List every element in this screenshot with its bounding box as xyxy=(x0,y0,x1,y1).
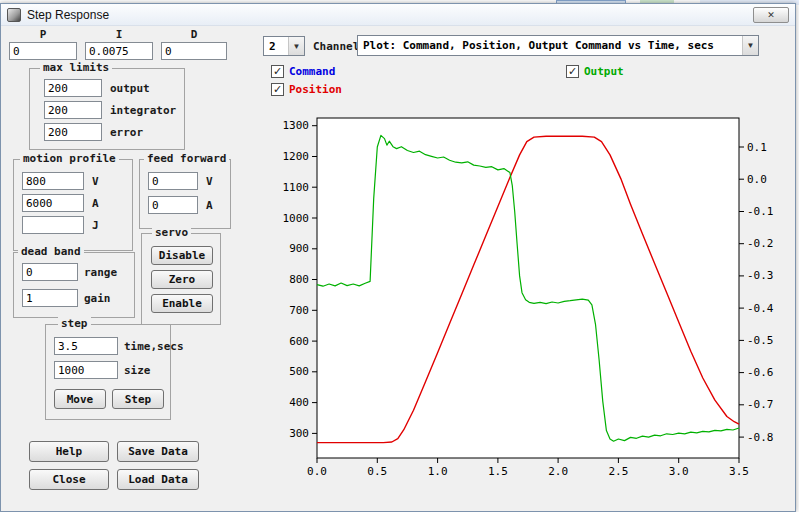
velocity-input[interactable] xyxy=(22,172,84,190)
checkbox-box[interactable]: ✓ xyxy=(271,83,284,96)
deadband-range-label: range xyxy=(84,266,117,279)
position-checkbox[interactable]: ✓ Position xyxy=(271,83,342,96)
max-limits-group: max limits output integrator error xyxy=(29,68,185,150)
d-input[interactable] xyxy=(161,42,227,60)
accel-label: A xyxy=(92,197,99,210)
dead-band-group: dead band range gain xyxy=(13,252,135,318)
svg-text:900: 900 xyxy=(289,242,309,255)
svg-text:1.0: 1.0 xyxy=(428,465,448,478)
window-title: Step Response xyxy=(27,8,109,22)
output-checkbox[interactable]: ✓ Output xyxy=(566,65,624,78)
svg-text:0.0: 0.0 xyxy=(747,173,767,186)
plot-select[interactable]: Plot: Command, Position, Output Command … xyxy=(357,35,759,56)
step-size-input[interactable] xyxy=(54,361,118,379)
svg-text:-0.2: -0.2 xyxy=(747,237,774,250)
checkbox-box[interactable]: ✓ xyxy=(566,65,579,78)
servo-title: servo xyxy=(152,226,191,239)
servo-group: servo Disable Zero Enable xyxy=(141,233,221,325)
svg-text:0.1: 0.1 xyxy=(747,141,767,154)
ff-velocity-input[interactable] xyxy=(148,172,198,190)
jerk-label: J xyxy=(92,219,99,232)
svg-text:3.0: 3.0 xyxy=(669,465,689,478)
step-group: step time,secs size Move Step xyxy=(45,324,171,420)
window-close-button[interactable]: ✕ xyxy=(753,7,789,23)
p-input[interactable] xyxy=(9,42,77,60)
checkbox-box[interactable]: ✓ xyxy=(271,65,284,78)
svg-text:2.5: 2.5 xyxy=(608,465,628,478)
svg-text:0.0: 0.0 xyxy=(307,465,327,478)
deadband-gain-input[interactable] xyxy=(22,289,78,307)
motion-profile-title: motion profile xyxy=(20,152,119,165)
max-output-input[interactable] xyxy=(44,79,102,97)
enable-button[interactable]: Enable xyxy=(151,294,213,313)
step-button[interactable]: Step xyxy=(112,389,164,409)
close-button[interactable]: Close xyxy=(29,469,109,490)
motion-profile-group: motion profile V A J xyxy=(13,159,133,251)
svg-text:-0.3: -0.3 xyxy=(747,269,774,282)
dead-band-title: dead band xyxy=(18,245,84,258)
i-input[interactable] xyxy=(85,42,153,60)
check-icon: ✓ xyxy=(568,66,577,77)
svg-text:400: 400 xyxy=(289,396,309,409)
step-title: step xyxy=(58,317,91,330)
svg-text:800: 800 xyxy=(289,273,309,286)
jerk-input[interactable] xyxy=(22,216,84,234)
chevron-down-icon: ▼ xyxy=(742,36,758,55)
position-checkbox-label: Position xyxy=(289,83,342,96)
load-data-button[interactable]: Load Data xyxy=(117,469,199,490)
max-error-input[interactable] xyxy=(44,123,102,141)
svg-text:1100: 1100 xyxy=(283,181,310,194)
svg-text:300: 300 xyxy=(289,427,309,440)
zero-button[interactable]: Zero xyxy=(151,270,213,289)
svg-text:-0.6: -0.6 xyxy=(747,366,774,379)
help-button[interactable]: Help xyxy=(29,441,109,462)
svg-text:1200: 1200 xyxy=(283,150,310,163)
step-size-label: size xyxy=(124,364,151,377)
svg-text:-0.5: -0.5 xyxy=(747,334,774,347)
step-response-window: Step Response ✕ P I D max limits output … xyxy=(0,3,796,512)
deadband-range-input[interactable] xyxy=(22,263,78,281)
svg-text:0.5: 0.5 xyxy=(367,465,387,478)
app-icon xyxy=(7,8,21,22)
velocity-label: V xyxy=(92,175,99,188)
max-integrator-input[interactable] xyxy=(44,101,102,119)
command-checkbox[interactable]: ✓ Command xyxy=(271,65,335,78)
titlebar[interactable]: Step Response ✕ xyxy=(1,4,795,26)
feed-forward-title: feed forward xyxy=(144,152,229,165)
svg-text:500: 500 xyxy=(289,365,309,378)
svg-text:-0.8: -0.8 xyxy=(747,431,774,444)
plot-select-value: Plot: Command, Position, Output Command … xyxy=(358,36,742,55)
save-data-button[interactable]: Save Data xyxy=(117,441,199,462)
ff-velocity-label: V xyxy=(206,175,213,188)
svg-text:2.0: 2.0 xyxy=(548,465,568,478)
check-icon: ✓ xyxy=(273,66,282,77)
ff-accel-label: A xyxy=(206,199,213,212)
channel-label: Channel xyxy=(313,40,359,53)
feed-forward-group: feed forward V A xyxy=(139,159,231,229)
chevron-down-icon: ▼ xyxy=(288,37,304,55)
i-label: I xyxy=(85,28,153,41)
svg-text:3.5: 3.5 xyxy=(729,465,749,478)
step-time-label: time,secs xyxy=(124,340,184,353)
ff-accel-input[interactable] xyxy=(148,196,198,214)
deadband-gain-label: gain xyxy=(84,292,111,305)
max-integrator-label: integrator xyxy=(110,104,176,117)
output-checkbox-label: Output xyxy=(584,65,624,78)
accel-input[interactable] xyxy=(22,194,84,212)
max-limits-title: max limits xyxy=(40,61,112,74)
svg-text:-0.7: -0.7 xyxy=(747,398,774,411)
check-icon: ✓ xyxy=(273,84,282,95)
max-error-label: error xyxy=(110,126,143,139)
move-button[interactable]: Move xyxy=(54,389,106,409)
close-icon: ✕ xyxy=(767,11,775,20)
svg-text:-0.4: -0.4 xyxy=(747,302,774,315)
svg-text:1300: 1300 xyxy=(283,119,310,132)
p-label: P xyxy=(9,28,77,41)
svg-text:600: 600 xyxy=(289,335,309,348)
disable-button[interactable]: Disable xyxy=(151,246,213,265)
channel-select[interactable]: 2 ▼ xyxy=(263,36,305,56)
d-label: D xyxy=(161,28,227,41)
step-time-input[interactable] xyxy=(54,337,118,355)
step-response-chart: 30040050060070080090010001100120013000.1… xyxy=(279,106,794,491)
max-output-label: output xyxy=(110,82,150,95)
